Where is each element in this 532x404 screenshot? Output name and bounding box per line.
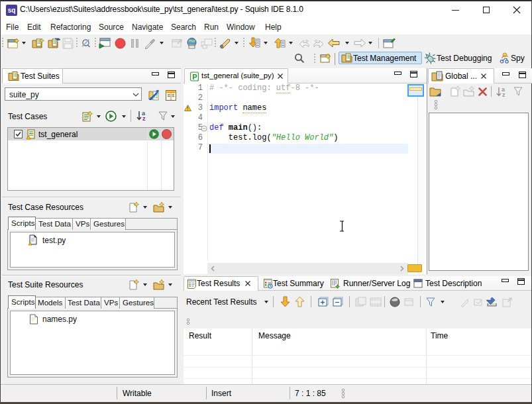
svg-text:z: z [502,91,505,98]
svg-text:P: P [192,73,197,81]
svg-text:z: z [142,115,146,122]
